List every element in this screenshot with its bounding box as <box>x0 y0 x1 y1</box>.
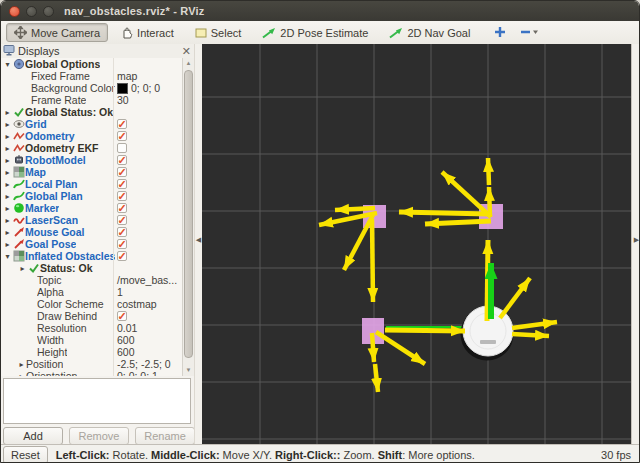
mouse-hints-text: Left-Click: Rotate. Middle-Click: Move X… <box>56 449 475 461</box>
tree-row-height[interactable]: Height600 <box>1 346 182 358</box>
expander-closed-icon[interactable]: ▸ <box>3 156 12 165</box>
expander-open-icon[interactable]: ▾ <box>3 252 12 261</box>
row-value[interactable]: 30 <box>117 94 129 106</box>
minimize-window-icon[interactable] <box>26 6 37 17</box>
tree-row-fixed-frame[interactable]: Fixed Framemap <box>1 70 182 82</box>
expander-closed-icon[interactable]: ▸ <box>18 264 27 273</box>
tree-row-orientation[interactable]: ▸Orientation0; 0; 0; 1 <box>1 370 182 376</box>
expander-closed-icon[interactable]: ▸ <box>3 240 12 249</box>
tool-interact[interactable]: Interact <box>113 23 182 42</box>
row-value[interactable]: 600 <box>117 346 135 358</box>
row-value[interactable]: /move_bas... <box>117 274 177 286</box>
tree-row-width[interactable]: Width600 <box>1 334 182 346</box>
tool-label: 2D Pose Estimate <box>280 27 368 39</box>
expander-closed-icon[interactable]: ▸ <box>3 180 12 189</box>
expander-closed-icon[interactable]: ▸ <box>3 144 12 153</box>
tool-select[interactable]: Select <box>187 24 250 42</box>
checkbox-checked[interactable]: ✓ <box>117 191 127 201</box>
tree-row-global-options[interactable]: ▾Global Options <box>1 58 182 70</box>
tree-row-robotmodel[interactable]: ▸RobotModel✓ <box>1 154 182 166</box>
zoom-in-icon[interactable] <box>494 26 506 40</box>
checkbox-checked[interactable]: ✓ <box>117 155 127 165</box>
close-window-icon[interactable] <box>9 6 20 17</box>
checkbox-unchecked[interactable] <box>117 143 127 153</box>
tool-label: Interact <box>137 27 174 39</box>
tree-row-global-status-ok[interactable]: ▸Global Status: Ok <box>1 106 182 118</box>
expander-closed-icon[interactable]: ▸ <box>17 372 26 377</box>
tree-row-resolution[interactable]: Resolution0.01 <box>1 322 182 334</box>
row-value[interactable]: 0; 0; 0; 1 <box>117 370 158 376</box>
expander-closed-icon[interactable]: ▸ <box>3 168 12 177</box>
expander-closed-icon[interactable]: ▸ <box>3 120 12 129</box>
tree-scrollbar[interactable]: ▲ ▼ <box>182 58 194 376</box>
render-scene[interactable] <box>202 44 631 444</box>
tree-row-map[interactable]: ▸Map✓ <box>1 166 182 178</box>
tree-row-marker[interactable]: ▸Marker✓ <box>1 202 182 214</box>
panel-buttons: AddRemoveRename <box>1 427 194 443</box>
expander-closed-icon[interactable]: ▸ <box>3 228 12 237</box>
scene-background <box>202 44 631 444</box>
interact-hand-icon <box>121 26 133 39</box>
row-value[interactable]: 600 <box>117 334 135 346</box>
checkbox-checked[interactable]: ✓ <box>117 119 127 129</box>
tree-row-draw-behind[interactable]: Draw Behind✓ <box>1 310 182 322</box>
tree-row-mouse-goal[interactable]: ▸Mouse Goal✓ <box>1 226 182 238</box>
tree-row-global-plan[interactable]: ▸Global Plan✓ <box>1 190 182 202</box>
reset-button[interactable]: Reset <box>3 446 48 463</box>
scroll-up-icon[interactable]: ▲ <box>183 58 194 69</box>
checkbox-checked[interactable]: ✓ <box>117 131 127 141</box>
row-label: Inflated Obstacles <box>25 250 115 262</box>
row-value[interactable]: map <box>117 70 137 82</box>
tree-row-odometry-ekf[interactable]: ▸Odometry EKF <box>1 142 182 154</box>
collapse-left-icon[interactable]: ◀ <box>196 236 201 244</box>
expander-open-icon[interactable]: ▾ <box>3 60 12 69</box>
panel-splitter[interactable]: ◀ <box>194 44 202 444</box>
zoom-out-icon[interactable] <box>520 26 539 40</box>
row-value[interactable]: -2.5; -2.5; 0 <box>117 358 171 370</box>
tree-row-color-scheme[interactable]: Color Schemecostmap <box>1 298 182 310</box>
tree-row-position[interactable]: ▸Position-2.5; -2.5; 0 <box>1 358 182 370</box>
expander-closed-icon[interactable]: ▸ <box>3 204 12 213</box>
row-value[interactable]: 0.01 <box>117 322 137 334</box>
expander-closed-icon[interactable]: ▸ <box>3 216 12 225</box>
tree-row-local-plan[interactable]: ▸Local Plan✓ <box>1 178 182 190</box>
expander-closed-icon[interactable]: ▸ <box>3 192 12 201</box>
collapse-right-icon[interactable]: ▶ <box>634 236 639 244</box>
tree-row-frame-rate[interactable]: Frame Rate30 <box>1 94 182 106</box>
expander-closed-icon[interactable]: ▸ <box>3 108 12 117</box>
tree-row-odometry[interactable]: ▸Odometry✓ <box>1 130 182 142</box>
checkbox-checked[interactable]: ✓ <box>117 239 127 249</box>
odometry-arrow <box>487 240 488 321</box>
tree-row-laserscan[interactable]: ▸LaserScan✓ <box>1 214 182 226</box>
checkbox-checked[interactable]: ✓ <box>117 203 127 213</box>
tree-row-status-ok[interactable]: ▸Status: Ok <box>1 262 182 274</box>
tree-row-alpha[interactable]: Alpha1 <box>1 286 182 298</box>
displays-panel-close-icon[interactable]: ✕ <box>182 46 191 56</box>
add-button[interactable]: Add <box>3 427 63 445</box>
tool-move-camera[interactable]: Move Camera <box>6 23 108 42</box>
checkbox-checked[interactable]: ✓ <box>117 215 127 225</box>
3d-viewport[interactable] <box>202 44 631 444</box>
row-value[interactable]: costmap <box>117 298 157 310</box>
checkbox-checked[interactable]: ✓ <box>117 179 127 189</box>
titlebar[interactable]: nav_obstacles.rviz* - RViz <box>1 1 639 21</box>
tree-row-background-color[interactable]: Background Color0; 0; 0 <box>1 82 182 94</box>
expander-closed-icon[interactable]: ▸ <box>17 360 26 369</box>
scroll-down-icon[interactable]: ▼ <box>183 365 194 376</box>
tool-2d-nav-goal[interactable]: 2D Nav Goal <box>381 24 478 42</box>
maximize-window-icon[interactable] <box>43 6 54 17</box>
row-value[interactable]: 1 <box>117 286 123 298</box>
checkbox-checked[interactable]: ✓ <box>117 227 127 237</box>
tree-row-goal-pose[interactable]: ▸Goal Pose✓ <box>1 238 182 250</box>
displays-panel-header[interactable]: Displays ✕ <box>1 44 194 59</box>
scrollbar-thumb[interactable] <box>184 70 193 358</box>
tree-row-topic[interactable]: Topic/move_bas... <box>1 274 182 286</box>
tree-row-grid[interactable]: ▸Grid✓ <box>1 118 182 130</box>
checkbox-checked[interactable]: ✓ <box>117 311 127 321</box>
tool-2d-pose-estimate[interactable]: 2D Pose Estimate <box>254 24 376 42</box>
right-splitter[interactable]: ▶ <box>631 44 640 444</box>
checkbox-checked[interactable]: ✓ <box>117 167 127 177</box>
tree-row-inflated-obstacles[interactable]: ▾Inflated Obstacles✓ <box>1 250 182 262</box>
expander-closed-icon[interactable]: ▸ <box>3 132 12 141</box>
checkbox-checked[interactable]: ✓ <box>117 251 127 261</box>
